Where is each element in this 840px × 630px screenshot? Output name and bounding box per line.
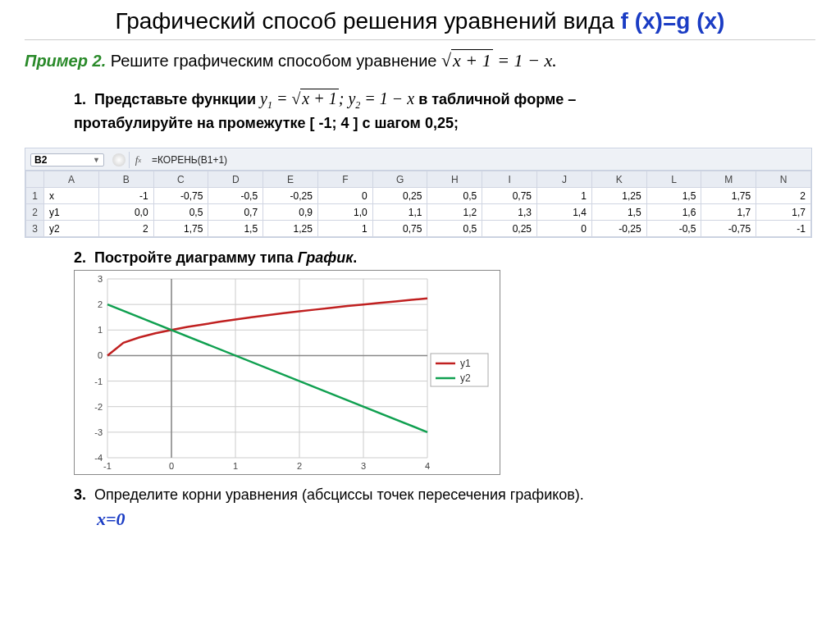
- cell[interactable]: 1,5: [208, 221, 263, 237]
- chart-svg: -101234-4-3-2-10123y1y2: [74, 270, 500, 475]
- col-header[interactable]: J: [537, 171, 592, 188]
- col-header[interactable]: L: [646, 171, 701, 188]
- svg-text:-4: -4: [94, 453, 103, 463]
- example-line: Пример 2. Решите графическим способом ур…: [25, 50, 815, 71]
- example-label: Пример 2.: [25, 52, 106, 70]
- cell[interactable]: -0,25: [263, 188, 318, 204]
- cell[interactable]: -0,75: [153, 188, 208, 204]
- svg-text:y2: y2: [460, 372, 471, 384]
- col-header[interactable]: H: [427, 171, 482, 188]
- col-header[interactable]: I: [482, 171, 537, 188]
- cell[interactable]: -0,75: [701, 221, 756, 237]
- cell[interactable]: 1,25: [263, 221, 318, 237]
- cell[interactable]: 0: [537, 221, 592, 237]
- example-text: Решите графическим способом уравнение: [111, 52, 441, 70]
- svg-text:1: 1: [233, 461, 238, 471]
- cell[interactable]: y2: [44, 221, 99, 237]
- cell[interactable]: 1: [317, 221, 372, 237]
- cell[interactable]: 1,7: [701, 204, 756, 221]
- cell[interactable]: 2: [756, 188, 811, 204]
- col-header[interactable]: M: [701, 171, 756, 188]
- cell[interactable]: 0,5: [427, 221, 482, 237]
- col-header[interactable]: C: [153, 171, 208, 188]
- fx-icon[interactable]: fx: [129, 152, 147, 168]
- svg-text:2: 2: [297, 461, 302, 471]
- cell[interactable]: 1,25: [591, 188, 646, 204]
- cell[interactable]: -0,25: [591, 221, 646, 237]
- title-text: Графический способ решения уравнений вид…: [116, 8, 621, 34]
- cell[interactable]: 1,6: [646, 204, 701, 221]
- cell[interactable]: 2: [98, 221, 153, 237]
- cell[interactable]: y1: [44, 204, 99, 221]
- cell[interactable]: 0,25: [482, 221, 537, 237]
- row-header[interactable]: 1: [26, 188, 44, 204]
- active-cell-ref: B2: [34, 154, 47, 166]
- cell[interactable]: 1,4: [537, 204, 592, 221]
- col-header[interactable]: F: [317, 171, 372, 188]
- formula-bar: B2 ▼ fx =КОРЕНЬ(B1+1): [25, 149, 811, 171]
- step-3: 3. Определите корни уравнения (абсциссы …: [74, 486, 815, 504]
- svg-text:3: 3: [361, 461, 366, 471]
- svg-text:2: 2: [98, 299, 103, 309]
- cell[interactable]: 0,75: [372, 221, 427, 237]
- step-2: 2. Постройте диаграмму типа График.: [74, 249, 815, 267]
- svg-text:0: 0: [98, 350, 103, 360]
- step-1: 1. Представьте функции y1 = x + 1; y2 = …: [74, 86, 815, 135]
- page-title: Графический способ решения уравнений вид…: [25, 8, 815, 40]
- col-header[interactable]: K: [591, 171, 646, 188]
- cell[interactable]: 0,25: [372, 188, 427, 204]
- col-header[interactable]: N: [756, 171, 811, 188]
- cell[interactable]: 0,7: [208, 204, 263, 221]
- cell[interactable]: 0,5: [153, 204, 208, 221]
- col-header[interactable]: B: [98, 171, 153, 188]
- cell[interactable]: 0,0: [98, 204, 153, 221]
- svg-text:1: 1: [98, 325, 103, 335]
- cell[interactable]: 1,3: [482, 204, 537, 221]
- cell[interactable]: 1,75: [701, 188, 756, 204]
- cell[interactable]: 1,75: [153, 221, 208, 237]
- col-header[interactable]: A: [44, 171, 99, 188]
- cell[interactable]: 1,2: [427, 204, 482, 221]
- name-box[interactable]: B2 ▼: [30, 153, 104, 167]
- row-header[interactable]: 2: [26, 204, 44, 221]
- row-header[interactable]: 3: [26, 221, 44, 237]
- cell[interactable]: 1,5: [591, 204, 646, 221]
- col-header[interactable]: D: [208, 171, 263, 188]
- col-header[interactable]: G: [372, 171, 427, 188]
- col-header[interactable]: E: [263, 171, 318, 188]
- cell[interactable]: 1,1: [372, 204, 427, 221]
- cell[interactable]: x: [44, 188, 99, 204]
- cell[interactable]: -0,5: [646, 221, 701, 237]
- cell[interactable]: -1: [756, 221, 811, 237]
- answer: x=0: [97, 509, 815, 530]
- cell[interactable]: -0,5: [208, 188, 263, 204]
- corner-cell: [26, 171, 44, 188]
- svg-text:-3: -3: [94, 427, 103, 437]
- cell[interactable]: 0,5: [427, 188, 482, 204]
- example-equation: x + 1 = 1 − x.: [441, 50, 557, 71]
- formula-input[interactable]: =КОРЕНЬ(B1+1): [147, 154, 811, 166]
- svg-text:4: 4: [425, 461, 430, 471]
- cell[interactable]: 0,9: [263, 204, 318, 221]
- title-equation: f (x)=g (x): [621, 8, 725, 34]
- chart: -101234-4-3-2-10123y1y2: [74, 270, 815, 478]
- chevron-down-icon: ▼: [93, 156, 100, 164]
- svg-text:y1: y1: [460, 358, 471, 369]
- cell[interactable]: 1,5: [646, 188, 701, 204]
- cell[interactable]: 0,75: [482, 188, 537, 204]
- fx-decoration: [112, 153, 126, 167]
- svg-rect-30: [431, 354, 488, 386]
- cell[interactable]: -1: [98, 188, 153, 204]
- cell[interactable]: 0: [317, 188, 372, 204]
- cell[interactable]: 1,7: [756, 204, 811, 221]
- cell[interactable]: 1: [537, 188, 592, 204]
- svg-text:0: 0: [169, 461, 174, 471]
- svg-text:-1: -1: [94, 377, 103, 386]
- spreadsheet-grid[interactable]: ABCDEFGHIJKLMN 1x-1-0,75-0,5-0,2500,250,…: [25, 171, 811, 237]
- cell[interactable]: 1,0: [317, 204, 372, 221]
- spreadsheet: B2 ▼ fx =КОРЕНЬ(B1+1) ABCDEFGHIJKLMN 1x-…: [25, 148, 812, 238]
- svg-text:3: 3: [98, 274, 103, 284]
- svg-text:-1: -1: [103, 461, 112, 471]
- svg-text:-2: -2: [94, 402, 103, 412]
